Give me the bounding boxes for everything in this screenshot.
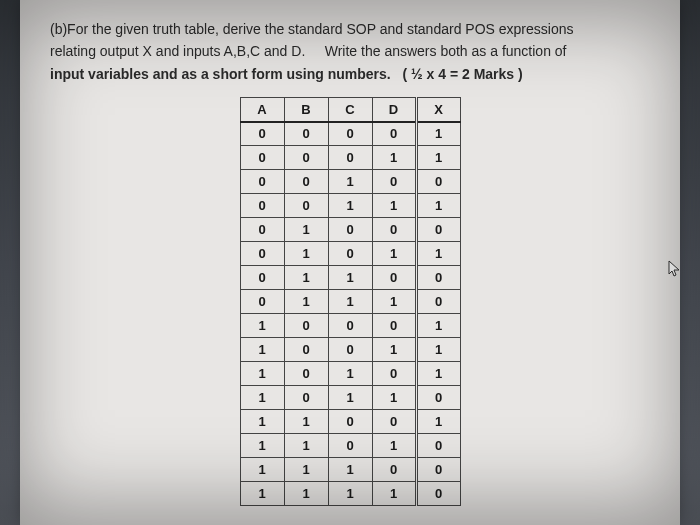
table-row: 11010 bbox=[240, 434, 460, 458]
question-line3a: input variables and as a short form usin… bbox=[50, 66, 391, 82]
table-cell: 0 bbox=[416, 218, 460, 242]
table-cell: 1 bbox=[372, 338, 416, 362]
table-cell: 1 bbox=[240, 410, 284, 434]
question-marks: ( ½ x 4 = 2 Marks ) bbox=[402, 66, 522, 82]
col-header-x: X bbox=[416, 98, 460, 122]
table-cell: 1 bbox=[372, 290, 416, 314]
table-cell: 1 bbox=[416, 146, 460, 170]
table-cell: 0 bbox=[284, 146, 328, 170]
table-cell: 0 bbox=[284, 170, 328, 194]
col-header-c: C bbox=[328, 98, 372, 122]
table-cell: 0 bbox=[372, 410, 416, 434]
table-cell: 0 bbox=[372, 314, 416, 338]
table-cell: 1 bbox=[328, 482, 372, 506]
table-cell: 1 bbox=[284, 410, 328, 434]
table-cell: 0 bbox=[416, 458, 460, 482]
table-cell: 0 bbox=[328, 314, 372, 338]
table-cell: 0 bbox=[240, 170, 284, 194]
document-page: (b)For the given truth table, derive the… bbox=[20, 0, 680, 525]
table-cell: 1 bbox=[284, 458, 328, 482]
table-row: 00111 bbox=[240, 194, 460, 218]
table-cell: 0 bbox=[284, 338, 328, 362]
table-cell: 1 bbox=[240, 314, 284, 338]
col-header-a: A bbox=[240, 98, 284, 122]
table-cell: 1 bbox=[328, 458, 372, 482]
table-row: 11100 bbox=[240, 458, 460, 482]
table-cell: 0 bbox=[240, 122, 284, 146]
table-cell: 0 bbox=[416, 482, 460, 506]
table-cell: 0 bbox=[416, 386, 460, 410]
table-cell: 1 bbox=[240, 338, 284, 362]
table-cell: 0 bbox=[416, 290, 460, 314]
table-cell: 0 bbox=[240, 146, 284, 170]
table-cell: 1 bbox=[328, 170, 372, 194]
table-cell: 0 bbox=[328, 410, 372, 434]
table-cell: 0 bbox=[372, 218, 416, 242]
table-cell: 0 bbox=[240, 194, 284, 218]
table-cell: 1 bbox=[240, 386, 284, 410]
table-cell: 1 bbox=[328, 266, 372, 290]
table-cell: 0 bbox=[372, 362, 416, 386]
table-cell: 1 bbox=[416, 122, 460, 146]
table-cell: 1 bbox=[284, 218, 328, 242]
table-cell: 1 bbox=[240, 482, 284, 506]
table-cell: 0 bbox=[372, 170, 416, 194]
question-text: (b)For the given truth table, derive the… bbox=[50, 18, 650, 85]
table-cell: 0 bbox=[372, 458, 416, 482]
table-row: 01000 bbox=[240, 218, 460, 242]
table-body: 0000100011001000011101000010110110001110… bbox=[240, 122, 460, 506]
col-header-d: D bbox=[372, 98, 416, 122]
table-cell: 0 bbox=[240, 218, 284, 242]
question-line2a: relating output X and inputs A,B,C and D… bbox=[50, 43, 305, 59]
table-cell: 0 bbox=[284, 122, 328, 146]
table-cell: 0 bbox=[284, 194, 328, 218]
table-cell: 1 bbox=[328, 194, 372, 218]
table-row: 01110 bbox=[240, 290, 460, 314]
question-line2b: Write the answers both as a function of bbox=[325, 43, 567, 59]
table-row: 01100 bbox=[240, 266, 460, 290]
table-cell: 1 bbox=[240, 458, 284, 482]
question-line1: (b)For the given truth table, derive the… bbox=[50, 21, 573, 37]
table-cell: 0 bbox=[328, 122, 372, 146]
truth-table: A B C D X 000010001100100001110100001011… bbox=[240, 97, 461, 506]
table-row: 01011 bbox=[240, 242, 460, 266]
table-row: 10001 bbox=[240, 314, 460, 338]
table-cell: 0 bbox=[240, 266, 284, 290]
table-cell: 1 bbox=[284, 266, 328, 290]
table-cell: 0 bbox=[328, 146, 372, 170]
table-cell: 0 bbox=[240, 242, 284, 266]
table-row: 00100 bbox=[240, 170, 460, 194]
table-cell: 0 bbox=[284, 386, 328, 410]
table-cell: 0 bbox=[328, 338, 372, 362]
table-cell: 1 bbox=[416, 194, 460, 218]
table-row: 11001 bbox=[240, 410, 460, 434]
table-cell: 1 bbox=[372, 194, 416, 218]
table-cell: 1 bbox=[372, 386, 416, 410]
table-cell: 0 bbox=[416, 434, 460, 458]
table-cell: 0 bbox=[284, 314, 328, 338]
table-cell: 1 bbox=[284, 242, 328, 266]
table-cell: 1 bbox=[328, 386, 372, 410]
table-cell: 0 bbox=[416, 170, 460, 194]
table-cell: 0 bbox=[372, 266, 416, 290]
table-row: 10110 bbox=[240, 386, 460, 410]
table-cell: 1 bbox=[372, 146, 416, 170]
table-row: 10011 bbox=[240, 338, 460, 362]
table-cell: 1 bbox=[372, 434, 416, 458]
table-cell: 1 bbox=[372, 482, 416, 506]
table-cell: 0 bbox=[328, 218, 372, 242]
table-cell: 1 bbox=[416, 242, 460, 266]
table-cell: 0 bbox=[284, 362, 328, 386]
table-row: 11110 bbox=[240, 482, 460, 506]
table-cell: 1 bbox=[328, 362, 372, 386]
table-cell: 1 bbox=[328, 290, 372, 314]
truth-table-wrapper: A B C D X 000010001100100001110100001011… bbox=[50, 97, 650, 506]
table-cell: 1 bbox=[416, 314, 460, 338]
table-cell: 0 bbox=[240, 290, 284, 314]
table-cell: 1 bbox=[284, 482, 328, 506]
table-row: 00011 bbox=[240, 146, 460, 170]
table-row: 00001 bbox=[240, 122, 460, 146]
table-header-row: A B C D X bbox=[240, 98, 460, 122]
table-cell: 1 bbox=[416, 410, 460, 434]
table-cell: 1 bbox=[284, 290, 328, 314]
